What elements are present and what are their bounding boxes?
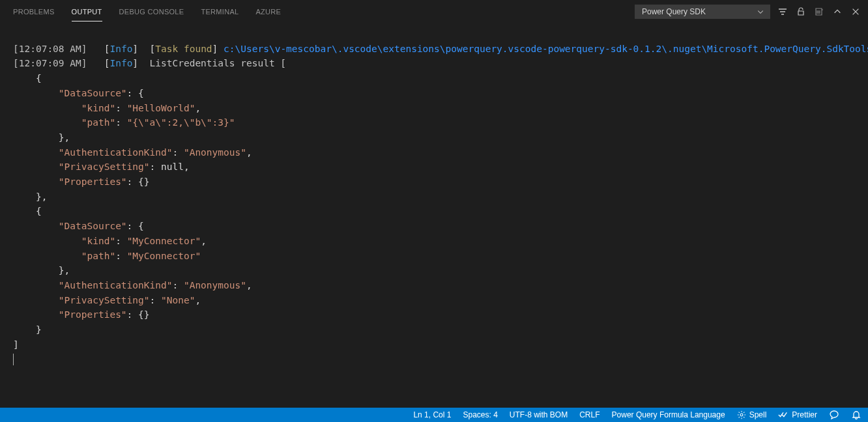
text-cursor	[13, 354, 14, 365]
json-value: "{\"a\":2,\"b\":3}"	[127, 117, 235, 128]
tab-debug-console[interactable]: DEBUG CONSOLE	[119, 1, 184, 21]
tab-terminal[interactable]: TERMINAL	[201, 1, 239, 21]
chevron-down-icon	[757, 8, 764, 16]
double-check-icon	[778, 410, 788, 419]
statusbar: Ln 1, Col 1 Spaces: 4 UTF-8 with BOM CRL…	[0, 408, 868, 422]
clear-output-icon[interactable]	[813, 6, 825, 18]
json-value: "MyConnector"	[127, 251, 201, 261]
tab-output[interactable]: OUTPUT	[72, 1, 102, 21]
json-value: "Anonymous"	[184, 280, 246, 290]
log-path: c:\Users\v-mescobar\.vscode\extensions\p…	[224, 44, 868, 54]
json-key: "PrivacySetting"	[59, 162, 150, 172]
status-spell[interactable]: Spell	[737, 410, 767, 419]
output-channel-label: Power Query SDK	[642, 7, 706, 16]
status-position[interactable]: Ln 1, Col 1	[413, 410, 451, 419]
json-key: "path"	[81, 251, 115, 261]
json-key: "DataSource"	[59, 221, 127, 231]
close-panel-icon[interactable]	[850, 6, 861, 18]
panel-tabs: PROBLEMS OUTPUT DEBUG CONSOLE TERMINAL A…	[13, 1, 281, 21]
status-prettier-label: Prettier	[792, 410, 817, 419]
log-task: Task found	[155, 44, 212, 54]
json-value: "None"	[161, 295, 195, 305]
status-bell-icon[interactable]	[851, 410, 861, 420]
json-key: "AuthenticationKind"	[59, 147, 173, 158]
json-key: "path"	[81, 117, 115, 128]
tab-problems[interactable]: PROBLEMS	[13, 1, 55, 21]
gear-icon	[737, 410, 746, 419]
panel-header: PROBLEMS OUTPUT DEBUG CONSOLE TERMINAL A…	[0, 0, 868, 23]
svg-point-0	[740, 414, 743, 416]
log-timestamp: [12:07:08 AM]	[13, 44, 87, 54]
json-key: "kind"	[81, 103, 115, 113]
status-spell-label: Spell	[749, 410, 767, 419]
output-channel-select[interactable]: Power Query SDK	[635, 5, 770, 19]
lock-icon[interactable]	[795, 6, 807, 18]
status-language[interactable]: Power Query Formula Language	[612, 410, 725, 419]
json-key: "Properties"	[59, 309, 127, 320]
json-key: "Properties"	[59, 176, 127, 187]
log-level: Info	[109, 44, 132, 54]
status-feedback-icon[interactable]	[829, 410, 839, 420]
json-key: "DataSource"	[59, 88, 127, 98]
json-value: null	[161, 162, 184, 172]
filter-icon[interactable]	[777, 6, 788, 18]
status-indent[interactable]: Spaces: 4	[463, 410, 497, 419]
chevron-up-icon[interactable]	[832, 6, 843, 18]
json-key: "AuthenticationKind"	[59, 280, 173, 290]
status-encoding[interactable]: UTF-8 with BOM	[510, 410, 568, 419]
status-eol[interactable]: CRLF	[579, 410, 600, 419]
panel-actions	[777, 6, 861, 18]
log-timestamp: [12:07:09 AM]	[13, 58, 87, 68]
status-prettier[interactable]: Prettier	[778, 410, 817, 419]
json-key: "PrivacySetting"	[59, 295, 150, 305]
log-text: ListCredentials result [	[138, 58, 286, 68]
tab-azure[interactable]: AZURE	[255, 1, 281, 21]
output-content[interactable]: [12:07:08 AM] [Info] [Task found] c:\Use…	[0, 23, 868, 367]
json-value: "Anonymous"	[184, 147, 246, 158]
log-level: Info	[109, 58, 132, 68]
json-value: "HelloWorld"	[127, 103, 195, 113]
json-key: "kind"	[81, 236, 115, 246]
json-value: "MyConnector"	[127, 236, 201, 246]
